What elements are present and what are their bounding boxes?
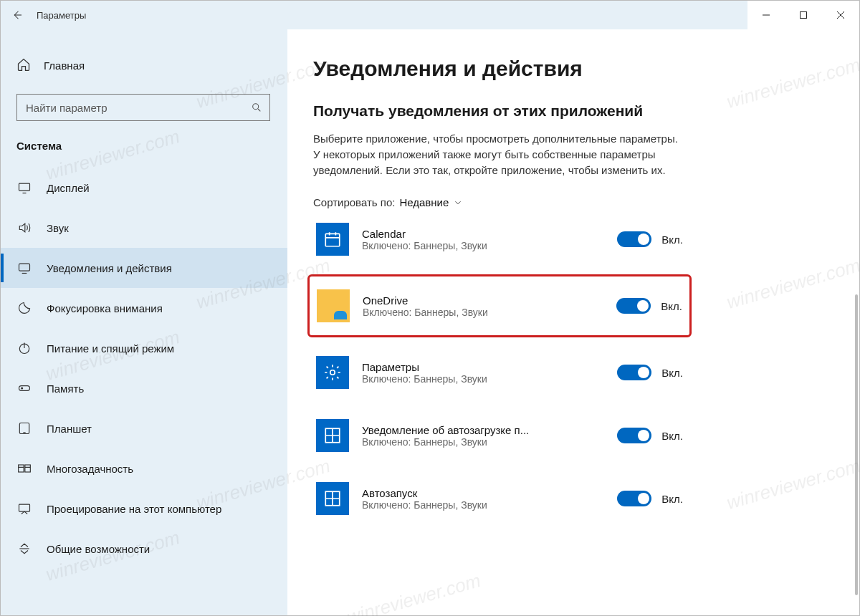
toggle-wrap: Вкл. bbox=[616, 298, 682, 314]
sidebar-item-storage[interactable]: Память bbox=[1, 368, 287, 408]
sidebar-item-notifications[interactable]: Уведомления и действия bbox=[1, 248, 287, 288]
window-controls bbox=[747, 1, 859, 29]
svg-rect-0 bbox=[801, 12, 807, 19]
app-text: Calendar Включено: Баннеры, Звуки bbox=[362, 228, 604, 251]
app-row-onedrive[interactable]: OneDrive Включено: Баннеры, Звуки Вкл. bbox=[307, 274, 692, 337]
sidebar: Главная Найти параметр Система Дисплей З… bbox=[1, 29, 287, 615]
sidebar-item-label: Фокусировка внимания bbox=[47, 302, 163, 314]
settings-app-icon bbox=[316, 356, 349, 389]
calendar-app-icon bbox=[316, 223, 349, 256]
minimize-button[interactable] bbox=[747, 1, 785, 29]
sound-icon bbox=[16, 221, 32, 235]
sidebar-item-label: Планшет bbox=[47, 423, 92, 435]
app-subtitle: Включено: Баннеры, Звуки bbox=[362, 373, 604, 385]
toggle-switch[interactable] bbox=[617, 365, 651, 380]
search-icon bbox=[251, 102, 262, 113]
app-list: Calendar Включено: Баннеры, Звуки Вкл. O… bbox=[313, 218, 686, 519]
app-row-autoplay[interactable]: Автозапуск Включено: Баннеры, Звуки Вкл. bbox=[313, 478, 686, 519]
close-icon bbox=[836, 11, 845, 19]
onedrive-app-icon bbox=[317, 289, 350, 322]
shared-icon bbox=[16, 542, 32, 556]
body: Главная Найти параметр Система Дисплей З… bbox=[1, 29, 859, 615]
app-name: OneDrive bbox=[363, 294, 603, 307]
app-subtitle: Включено: Баннеры, Звуки bbox=[363, 307, 603, 318]
sidebar-item-sound[interactable]: Звук bbox=[1, 208, 287, 248]
sidebar-item-focus[interactable]: Фокусировка внимания bbox=[1, 288, 287, 328]
app-subtitle: Включено: Баннеры, Звуки bbox=[362, 499, 604, 511]
titlebar: Параметры bbox=[1, 1, 859, 29]
arrow-left-icon bbox=[11, 9, 24, 21]
main-content: Уведомления и действия Получать уведомле… bbox=[287, 29, 859, 615]
svg-rect-9 bbox=[25, 465, 31, 472]
sidebar-item-tablet[interactable]: Планшет bbox=[1, 408, 287, 448]
sidebar-item-label: Питание и спящий режим bbox=[47, 342, 174, 355]
toggle-label: Вкл. bbox=[661, 430, 683, 442]
sidebar-item-shared[interactable]: Общие возможности bbox=[1, 529, 287, 569]
toggle-label: Вкл. bbox=[661, 493, 683, 505]
sidebar-item-label: Многозадачность bbox=[47, 463, 133, 475]
app-text: Автозапуск Включено: Баннеры, Звуки bbox=[362, 487, 604, 511]
svg-point-12 bbox=[330, 370, 335, 375]
sort-value: Недавние bbox=[399, 196, 449, 208]
autoload-app-icon bbox=[316, 419, 349, 452]
back-button[interactable] bbox=[1, 1, 34, 29]
sidebar-section-title: Система bbox=[1, 121, 287, 158]
app-row-calendar[interactable]: Calendar Включено: Баннеры, Звуки Вкл. bbox=[313, 218, 686, 260]
svg-rect-8 bbox=[19, 465, 24, 472]
settings-window: Параметры Главная Найти параметр bbox=[0, 0, 860, 616]
svg-rect-3 bbox=[19, 264, 30, 271]
section-description: Выберите приложение, чтобы просмотреть д… bbox=[313, 131, 686, 178]
section-title: Получать уведомления от этих приложений bbox=[313, 102, 833, 120]
vertical-scrollbar[interactable] bbox=[855, 294, 858, 595]
svg-rect-2 bbox=[19, 183, 30, 191]
notifications-icon bbox=[16, 261, 32, 275]
window-title: Параметры bbox=[37, 10, 86, 21]
sidebar-item-power[interactable]: Питание и спящий режим bbox=[1, 328, 287, 368]
sidebar-item-display[interactable]: Дисплей bbox=[1, 168, 287, 208]
app-row-settings[interactable]: Параметры Включено: Баннеры, Звуки Вкл. bbox=[313, 352, 686, 393]
app-text: Уведомление об автозагрузке п... Включен… bbox=[362, 424, 604, 448]
sidebar-item-label: Уведомления и действия bbox=[47, 262, 172, 274]
app-subtitle: Включено: Баннеры, Звуки bbox=[362, 436, 604, 448]
autoplay-app-icon bbox=[316, 482, 349, 515]
toggle-wrap: Вкл. bbox=[617, 491, 683, 506]
close-button[interactable] bbox=[822, 1, 859, 29]
sidebar-item-label: Проецирование на этот компьютер bbox=[47, 503, 221, 515]
app-row-autoload[interactable]: Уведомление об автозагрузке п... Включен… bbox=[313, 415, 686, 456]
sidebar-home[interactable]: Главная bbox=[1, 49, 287, 81]
multitasking-icon bbox=[16, 461, 32, 476]
sidebar-item-label: Звук bbox=[47, 222, 69, 234]
minimize-icon bbox=[762, 11, 770, 19]
svg-point-6 bbox=[22, 388, 23, 389]
focus-icon bbox=[16, 301, 32, 315]
search-placeholder: Найти параметр bbox=[26, 102, 251, 114]
sidebar-item-label: Память bbox=[47, 382, 84, 395]
toggle-label: Вкл. bbox=[661, 300, 682, 312]
sidebar-item-multitasking[interactable]: Многозадачность bbox=[1, 448, 287, 489]
home-icon bbox=[16, 57, 31, 74]
svg-point-1 bbox=[253, 104, 259, 110]
app-name: Calendar bbox=[362, 228, 604, 240]
app-name: Уведомление об автозагрузке п... bbox=[362, 424, 604, 436]
maximize-button[interactable] bbox=[785, 1, 822, 29]
sort-dropdown[interactable]: Сортировать по: Недавние bbox=[313, 196, 833, 208]
app-text: Параметры Включено: Баннеры, Звуки bbox=[362, 361, 604, 385]
toggle-label: Вкл. bbox=[661, 234, 683, 246]
toggle-switch[interactable] bbox=[616, 298, 651, 314]
app-text: OneDrive Включено: Баннеры, Звуки bbox=[363, 294, 603, 318]
toggle-label: Вкл. bbox=[661, 367, 683, 379]
search-input[interactable]: Найти параметр bbox=[16, 94, 270, 121]
toggle-switch[interactable] bbox=[617, 491, 651, 506]
toggle-switch[interactable] bbox=[617, 428, 651, 443]
sidebar-item-label: Дисплей bbox=[47, 182, 90, 194]
maximize-icon bbox=[799, 11, 808, 19]
svg-rect-5 bbox=[19, 386, 30, 391]
tablet-icon bbox=[16, 421, 32, 435]
display-icon bbox=[16, 181, 32, 195]
toggle-wrap: Вкл. bbox=[617, 231, 683, 247]
sidebar-item-projecting[interactable]: Проецирование на этот компьютер bbox=[1, 489, 287, 529]
app-subtitle: Включено: Баннеры, Звуки bbox=[362, 240, 604, 251]
toggle-switch[interactable] bbox=[617, 231, 651, 247]
sort-label: Сортировать по: bbox=[313, 196, 395, 208]
app-name: Автозапуск bbox=[362, 487, 604, 499]
